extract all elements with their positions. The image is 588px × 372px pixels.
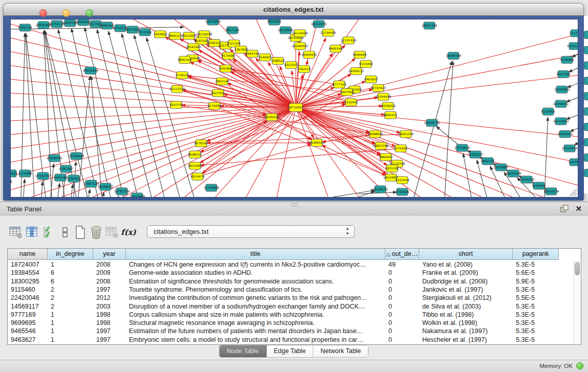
table-cell[interactable]: 1 bbox=[48, 336, 93, 344]
graph-node[interactable]: 8813054 bbox=[268, 19, 281, 25]
graph-node[interactable]: 6497568 bbox=[340, 89, 354, 96]
split-pane-handle[interactable] bbox=[291, 203, 298, 206]
table-cell[interactable]: Nakamura et al. (1997) bbox=[419, 327, 513, 335]
graph-node[interactable]: 6914479 bbox=[191, 173, 205, 180]
graph-node[interactable]: 1115686 bbox=[18, 170, 32, 177]
graph-node[interactable]: 11025807 bbox=[493, 164, 509, 171]
graph-node[interactable]: 9170084 bbox=[208, 102, 222, 110]
graph-node[interactable]: 18313074 bbox=[311, 20, 327, 28]
table-cell[interactable]: 5.9E-5 bbox=[513, 277, 559, 286]
table-cell[interactable]: Corpus callosum shape and size in male p… bbox=[126, 311, 385, 319]
graph-node[interactable]: 15751074 bbox=[567, 42, 578, 50]
table-cell[interactable]: 5.5E-5 bbox=[513, 294, 559, 302]
table-cell[interactable]: 1 bbox=[48, 311, 93, 319]
table-cell[interactable]: 9777169 bbox=[8, 311, 48, 319]
graph-node[interactable]: 9890163 bbox=[178, 56, 192, 63]
graph-node[interactable]: 1167531 bbox=[569, 159, 578, 166]
graph-node[interactable]: 16648784 bbox=[446, 52, 462, 59]
graph-node[interactable]: 11544499 bbox=[376, 93, 391, 100]
graph-node[interactable]: 20053346 bbox=[83, 67, 99, 74]
graph-node[interactable]: 15692971 bbox=[557, 130, 573, 138]
table-cell[interactable]: Estimation of the future numbers of pati… bbox=[126, 327, 385, 335]
table-cell[interactable]: 2009 bbox=[93, 269, 126, 277]
graph-node[interactable]: 9914484 bbox=[188, 162, 202, 169]
graph-node[interactable]: 8912955 bbox=[182, 32, 196, 39]
graph-node[interactable]: 18392127 bbox=[468, 151, 484, 158]
table-cell[interactable]: 2008 bbox=[93, 277, 126, 286]
graph-node[interactable]: 8215955 bbox=[541, 108, 555, 115]
table-cell[interactable]: 0 bbox=[385, 269, 419, 277]
graph-node[interactable]: 12093852 bbox=[554, 86, 570, 93]
table-row[interactable]: 969969511998Structural magnetic resonanc… bbox=[8, 319, 581, 327]
graph-node[interactable]: 9146821 bbox=[258, 54, 272, 61]
table-cell[interactable]: Embryonic stem cells: a model to study s… bbox=[126, 336, 385, 344]
graph-node[interactable]: 12342757 bbox=[35, 172, 51, 180]
graph-node[interactable]: 17379910 bbox=[454, 144, 470, 151]
table-row[interactable]: 1456911722003Disruption of a novel membe… bbox=[8, 302, 581, 311]
memory-ok-indicator[interactable] bbox=[576, 362, 583, 369]
graph-node[interactable]: 18226058 bbox=[197, 31, 212, 38]
close-icon[interactable]: ✕ bbox=[575, 204, 582, 213]
table-cell[interactable]: 5.3E-5 bbox=[513, 327, 559, 335]
graph-node[interactable]: 11254049 bbox=[320, 29, 336, 36]
graph-node[interactable]: 2175692 bbox=[394, 145, 408, 152]
table-cell[interactable]: 2 bbox=[48, 294, 93, 302]
table-cell[interactable]: 2 bbox=[48, 302, 93, 311]
table-cell[interactable]: 0 bbox=[385, 336, 419, 344]
graph-node[interactable]: 15938733 bbox=[424, 119, 440, 126]
graph-node[interactable]: 1815182 bbox=[385, 165, 399, 172]
tab-node-table[interactable]: Node Table bbox=[220, 345, 267, 357]
graph-node[interactable]: 9175685 bbox=[222, 52, 235, 59]
graph-node[interactable]: 16033809 bbox=[205, 19, 221, 25]
graph-node[interactable]: 19384554 bbox=[309, 139, 325, 146]
graph-node[interactable]: 17359928 bbox=[69, 152, 84, 160]
table-cell[interactable]: 1997 bbox=[93, 327, 126, 335]
table-cell[interactable]: 18724007 bbox=[8, 260, 48, 269]
graph-node[interactable]: 9462735 bbox=[481, 158, 495, 165]
table-cell[interactable]: 1 bbox=[48, 327, 93, 335]
table-cell[interactable]: Jankovic et al. (1997) bbox=[419, 286, 513, 294]
table-cell[interactable]: 1 bbox=[48, 319, 93, 327]
graph-node[interactable]: 1588520 bbox=[271, 57, 285, 64]
table-cell[interactable]: Stergiakouli et al. (2012) bbox=[419, 294, 513, 302]
tab-network-table[interactable]: Network Table bbox=[313, 345, 368, 357]
table-cell[interactable]: Tourette syndrome. Phenomenology and cla… bbox=[126, 286, 385, 294]
table-cell[interactable]: 18300295 bbox=[8, 277, 48, 286]
table-cell[interactable]: 9463627 bbox=[8, 336, 48, 344]
column-header-year[interactable]: year bbox=[93, 249, 126, 260]
table-row[interactable]: 1872400712008Changes of HCN gene express… bbox=[8, 260, 581, 269]
table-row[interactable]: 911546021997Tourette syndrome. Phenomeno… bbox=[8, 286, 581, 294]
graph-node[interactable]: 9463627 bbox=[364, 76, 378, 83]
graph-node[interactable]: 8598222 bbox=[188, 151, 202, 158]
table-cell[interactable]: 19384554 bbox=[8, 269, 48, 277]
graph-node[interactable]: 8960123 bbox=[168, 32, 182, 39]
graph-node[interactable]: 3913501 bbox=[11, 170, 18, 177]
table-cell[interactable]: Franke et al. (2009) bbox=[419, 269, 513, 277]
graph-node[interactable]: 16210643 bbox=[553, 118, 569, 125]
table-vertical-scrollbar[interactable] bbox=[573, 260, 580, 344]
table-panel-header[interactable]: Table Panel ✕ bbox=[0, 202, 588, 215]
graph-node[interactable]: 8678342 bbox=[194, 140, 208, 147]
graph-node[interactable]: 6466160 bbox=[100, 22, 114, 29]
table-cell[interactable]: 22420046 bbox=[8, 294, 48, 302]
table-cell[interactable]: de Silva et al. (2003) bbox=[419, 302, 513, 311]
table-mode-button[interactable] bbox=[8, 225, 24, 240]
table-cell[interactable]: 2 bbox=[48, 286, 93, 294]
table-cell[interactable]: 14569117 bbox=[8, 302, 48, 311]
graph-node[interactable]: 12213319 bbox=[169, 85, 185, 93]
float-window-icon[interactable] bbox=[560, 205, 570, 213]
graph-node[interactable]: 12610534 bbox=[543, 188, 559, 195]
graph-node[interactable]: 1733426 bbox=[396, 188, 409, 195]
graph-node[interactable]: 7515526 bbox=[138, 29, 152, 36]
graph-node[interactable]: 10747427 bbox=[371, 84, 386, 92]
table-cell[interactable]: 1997 bbox=[93, 336, 126, 344]
table-cell[interactable]: 2003 bbox=[93, 302, 126, 311]
table-row[interactable]: 946362711997Embryonic stem cells: a mode… bbox=[8, 336, 581, 344]
column-header-short[interactable]: short bbox=[419, 249, 513, 260]
graph-node[interactable]: 9699695 bbox=[353, 51, 367, 58]
table-cell[interactable]: Dudbridge et al. (2008) bbox=[419, 277, 513, 286]
table-cell[interactable]: 2008 bbox=[93, 260, 126, 269]
graph-node[interactable]: 16964442 bbox=[301, 51, 317, 58]
column-header-name[interactable]: name bbox=[8, 249, 48, 260]
graph-node[interactable]: 9884067 bbox=[379, 154, 393, 161]
